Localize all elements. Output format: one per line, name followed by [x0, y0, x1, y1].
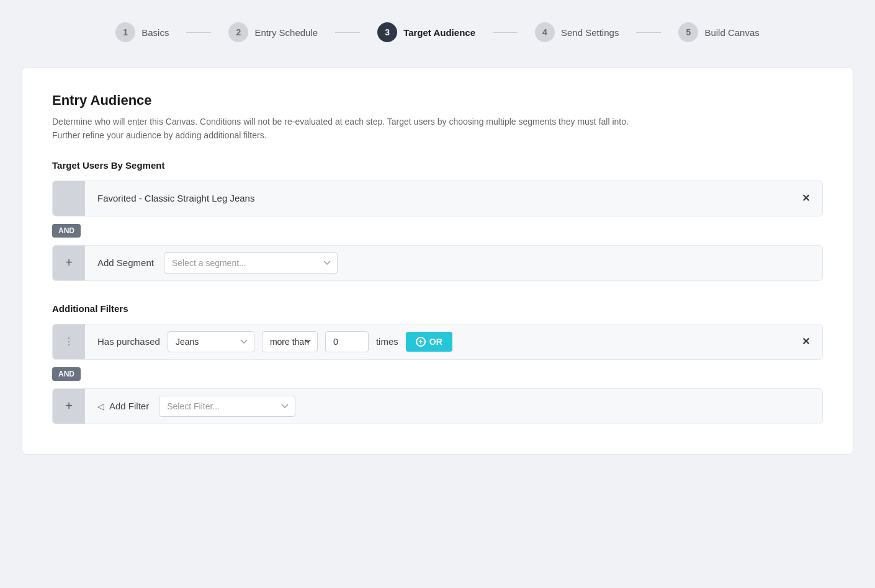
has-purchased-label: Has purchased: [97, 336, 160, 347]
step-send-settings[interactable]: 4 Send Settings: [518, 22, 636, 42]
add-filter-row: + ◁ Add Filter Select Filter...: [52, 388, 823, 424]
or-plus-icon: +: [416, 337, 426, 347]
segment-row-1: Favorited - Classic Straight Leg Jeans ✕: [52, 180, 823, 216]
step-divider-2: [335, 32, 360, 33]
segment-drag-handle[interactable]: [53, 181, 85, 216]
add-segment-row: + Add Segment Select a segment...: [52, 245, 823, 281]
segment-select[interactable]: Select a segment...: [164, 252, 338, 274]
add-filter-content: ◁ Add Filter Select Filter...: [85, 396, 822, 417]
step-label-basics: Basics: [141, 27, 169, 38]
and-badge-2: AND: [52, 360, 823, 388]
step-circle-4: 4: [535, 22, 555, 42]
step-basics[interactable]: 1 Basics: [98, 22, 186, 42]
step-build-canvas[interactable]: 5 Build Canvas: [661, 22, 776, 42]
step-divider-1: [186, 32, 211, 33]
step-circle-5: 5: [678, 22, 698, 42]
and-badge-1: AND: [52, 216, 823, 245]
filters-section: Additional Filters ⋮ Has purchased Jeans…: [52, 303, 823, 424]
segment-section: Target Users By Segment Favorited - Clas…: [52, 160, 823, 281]
or-button[interactable]: + OR: [406, 332, 452, 352]
segment-row-content: Favorited - Classic Straight Leg Jeans: [85, 193, 789, 203]
add-segment-label: Add Segment: [97, 257, 154, 268]
step-circle-1: 1: [115, 22, 135, 42]
add-filter-plus-button[interactable]: +: [53, 389, 85, 424]
step-divider-3: [493, 32, 518, 33]
section-description: Determine who will enter this Canvas. Co…: [52, 115, 648, 143]
product-select[interactable]: Jeans: [168, 331, 254, 352]
filter-select[interactable]: Select Filter...: [159, 396, 295, 417]
step-label-build-canvas: Build Canvas: [704, 27, 759, 38]
step-circle-3: 3: [377, 22, 397, 42]
filter-row-content: Has purchased Jeans more than times + OR: [85, 331, 789, 352]
filter-funnel-icon: ◁: [97, 401, 104, 411]
times-label: times: [376, 336, 398, 347]
add-segment-content: Add Segment Select a segment...: [85, 252, 822, 274]
filters-section-title: Additional Filters: [52, 303, 823, 314]
condition-select[interactable]: more than: [262, 331, 318, 352]
step-label-send-settings: Send Settings: [561, 27, 619, 38]
segment-remove-button[interactable]: ✕: [789, 192, 822, 204]
segment-label: Favorited - Classic Straight Leg Jeans: [97, 193, 254, 203]
filter-remove-button[interactable]: ✕: [789, 336, 822, 347]
step-circle-2: 2: [228, 22, 248, 42]
filter-drag-handle[interactable]: ⋮: [53, 324, 85, 359]
segment-section-title: Target Users By Segment: [52, 160, 823, 171]
step-target-audience[interactable]: 3 Target Audience: [360, 22, 493, 42]
main-card: Entry Audience Determine who will enter …: [22, 67, 853, 455]
page-title: Entry Audience: [52, 92, 823, 109]
step-label-target-audience: Target Audience: [403, 27, 475, 38]
step-label-entry-schedule: Entry Schedule: [254, 27, 318, 38]
add-segment-plus-button[interactable]: +: [53, 246, 85, 280]
stepper: 1 Basics 2 Entry Schedule 3 Target Audie…: [12, 12, 863, 52]
filter-row-1: ⋮ Has purchased Jeans more than times + …: [52, 324, 823, 360]
or-button-label: OR: [429, 337, 442, 347]
step-entry-schedule[interactable]: 2 Entry Schedule: [211, 22, 335, 42]
step-divider-4: [636, 32, 661, 33]
times-input[interactable]: [325, 331, 369, 352]
add-filter-label: ◁ Add Filter: [97, 401, 149, 411]
